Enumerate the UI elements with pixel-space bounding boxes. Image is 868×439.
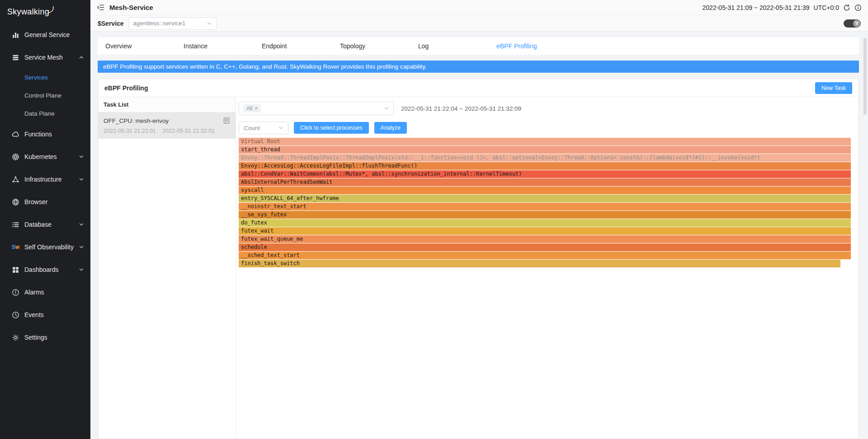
flame-graph: Virtual Rootstart_threadEnvoy::Thread::T…: [239, 138, 851, 268]
sidebar-item-label: Service Mesh: [24, 54, 79, 61]
flame-frame[interactable]: __sched_text_start: [239, 252, 851, 259]
sidebar-item-label: Dashboards: [24, 266, 79, 273]
flame-frame[interactable]: AbslInternalPerThreadSemWait: [239, 178, 851, 186]
flame-frame[interactable]: finish_task_switch: [239, 260, 840, 267]
ebpf-profiling-panel: eBPF Profiling New Task Task List OFF_CP…: [98, 79, 859, 439]
aggregate-type-select[interactable]: Count: [239, 121, 288, 134]
chart-icon: [12, 31, 19, 39]
tab-log[interactable]: Log: [410, 42, 489, 50]
sidebar-item-browser[interactable]: Browser: [0, 191, 90, 213]
panel-header: eBPF Profiling New Task: [98, 79, 859, 97]
task-list-header: Task List: [98, 97, 236, 112]
task-list-item[interactable]: OFF_CPU: mesh-envoy2022-05-31 21:22:0120…: [98, 112, 236, 139]
global-time-range[interactable]: 2022-05-31 21:09 ~ 2022-05-31 21:39: [703, 4, 810, 11]
sidebar-item-label: Browser: [24, 198, 84, 205]
chevron-up-icon: [79, 55, 84, 60]
chevron-down-icon: [278, 125, 283, 131]
flame-frame[interactable]: entry_SYSCALL_64_after_hwframe: [239, 195, 851, 202]
version-toggle[interactable]: V: [844, 19, 861, 28]
sidebar-item-label: Settings: [24, 334, 84, 341]
sidebar-item-label: Alarms: [24, 289, 84, 296]
analysis-time-range: 2022-05-31 21:22:04 ~ 2022-05-31 21:32:0…: [401, 105, 521, 112]
ebpf-banner: eBPF Profiling support services written …: [98, 61, 859, 73]
sidebar-item-service-mesh[interactable]: Service Mesh: [0, 46, 90, 69]
process-filter-select[interactable]: All ×: [239, 102, 394, 115]
select-processes-button[interactable]: Click to select processes: [294, 122, 369, 134]
tab-topology[interactable]: Topology: [332, 42, 410, 50]
service-select-value: agentless::service1: [133, 20, 186, 27]
flame-frame[interactable]: Virtual Root: [239, 138, 851, 145]
sidebar-item-general-service[interactable]: General Service: [0, 23, 90, 46]
tab-overview[interactable]: Overview: [98, 42, 176, 50]
sidebar-item-dashboards[interactable]: Dashboards: [0, 258, 90, 281]
selected-tag: All ×: [243, 104, 261, 112]
service-selector-bar: $Service agentless::service1 V: [90, 15, 868, 32]
flame-frame[interactable]: do_futex: [239, 219, 851, 227]
sidebar-item-functions[interactable]: Functions: [0, 123, 90, 145]
analysis-area: All × 2022-05-31 21:22:04 ~ 2022-05-31 2…: [236, 97, 859, 439]
flame-frame[interactable]: absl::CondVar::WaitCommon(absl::Mutex*, …: [239, 170, 851, 178]
flame-frame[interactable]: __se_sys_futex: [239, 211, 851, 219]
chevron-down-icon: [79, 244, 84, 250]
tab-ebpf-profiling[interactable]: eBPF Profiling: [489, 42, 567, 50]
sidebar-item-label: Events: [24, 311, 84, 318]
flame-frame[interactable]: __noinstr_text_start: [239, 203, 851, 210]
task-list-items: OFF_CPU: mesh-envoy2022-05-31 21:22:0120…: [98, 112, 236, 139]
sidebar-item-services[interactable]: Services: [0, 69, 90, 87]
sidebar-item-alarms[interactable]: Alarms: [0, 281, 90, 304]
sidebar-item-label: Kubernetes: [24, 153, 79, 160]
tag-close-icon[interactable]: ×: [255, 106, 258, 111]
flame-frame[interactable]: futex_wait: [239, 227, 851, 235]
chevron-down-icon: [79, 267, 84, 272]
database-icon: [12, 221, 19, 229]
sidebar-item-database[interactable]: Database: [0, 213, 90, 236]
flame-frame[interactable]: futex_wait_queue_me: [239, 235, 851, 243]
version-badge: V: [853, 20, 860, 27]
dashboard-icon: [12, 266, 19, 274]
panel-body: Task List OFF_CPU: mesh-envoy2022-05-31 …: [98, 97, 859, 439]
flame-frame[interactable]: schedule: [239, 243, 851, 251]
task-detail-icon[interactable]: [223, 117, 230, 124]
refresh-icon[interactable]: [843, 4, 850, 11]
tab-endpoint[interactable]: Endpoint: [254, 42, 332, 50]
info-icon[interactable]: [854, 4, 862, 11]
infra-icon: [12, 176, 19, 183]
service-label: $Service: [98, 20, 124, 27]
sidebar-item-settings[interactable]: Settings: [0, 326, 90, 349]
tab-instance[interactable]: Instance: [176, 42, 254, 50]
top-header: Mesh-Service 2022-05-31 21:09 ~ 2022-05-…: [90, 0, 868, 15]
chevron-down-icon: [207, 21, 212, 26]
content-area: OverviewInstanceEndpointTopologyLogeBPF …: [90, 32, 868, 439]
skywalking-logo[interactable]: Skywalking: [0, 0, 90, 23]
flame-frame[interactable]: Envoy::AccessLog::AccessLogFileImpl::flu…: [239, 162, 851, 170]
service-select[interactable]: agentless::service1: [128, 17, 217, 30]
gear-icon: [12, 334, 19, 341]
sidebar-item-data-plane[interactable]: Data Plane: [0, 105, 90, 123]
sidebar-item-kubernetes[interactable]: Kubernetes: [0, 145, 90, 168]
chevron-down-icon: [79, 222, 84, 227]
sidebar-item-infrastructure[interactable]: Infrastructure: [0, 168, 90, 191]
panel-title: eBPF Profiling: [104, 84, 148, 92]
collapse-sidebar-icon[interactable]: [97, 4, 104, 11]
task-times: 2022-05-31 21:22:012022-05-31 21:32:01: [104, 128, 230, 134]
analyze-button[interactable]: Analyze: [374, 122, 407, 134]
timezone-label[interactable]: UTC+0:0: [814, 4, 839, 11]
sidebar-item-label: Database: [24, 221, 79, 228]
flame-frame[interactable]: start_thread: [239, 146, 851, 154]
new-task-button[interactable]: New Task: [815, 82, 852, 94]
sidebar-item-events[interactable]: Events: [0, 304, 90, 326]
flame-frame[interactable]: Envoy::Thread::ThreadImplPosix::ThreadIm…: [239, 154, 851, 162]
sidebar-item-label: Self Observability: [24, 243, 79, 251]
sidebar-item-self-observability[interactable]: SwSelf Observability: [0, 236, 90, 258]
chevron-down-icon: [384, 106, 389, 111]
logo-swoosh-icon: [48, 6, 55, 14]
task-end-time: 2022-05-31 21:32:01: [162, 128, 215, 134]
flame-frame[interactable]: syscall: [239, 187, 851, 194]
app-root: Skywalking General ServiceService MeshSe…: [0, 0, 868, 439]
task-name: OFF_CPU: mesh-envoy: [104, 117, 169, 124]
globe-icon: [12, 198, 19, 206]
task-list: Task List OFF_CPU: mesh-envoy2022-05-31 …: [98, 97, 236, 439]
scrollbar-thumb[interactable]: [863, 38, 867, 115]
sidebar-item-control-plane[interactable]: Control Plane: [0, 87, 90, 105]
sidebar-item-label: Functions: [24, 131, 84, 138]
